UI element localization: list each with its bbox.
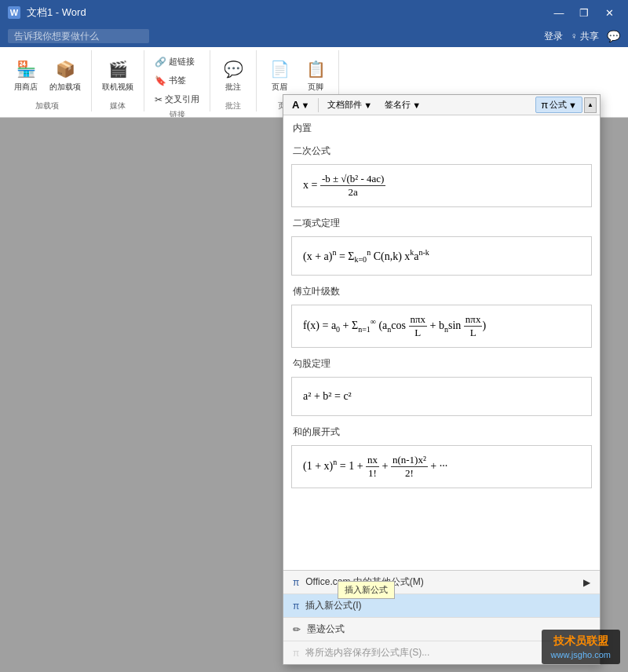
eq-binomial-header: 二项式定理	[283, 210, 600, 233]
panel-scrollbar-top[interactable]: ▲	[584, 97, 597, 113]
eq-pythagorean-header: 勾股定理	[283, 351, 600, 374]
crossref-icon: ✂	[155, 94, 162, 105]
signature-dropdown: ▼	[412, 100, 421, 110]
footer-icon: 📋	[303, 57, 328, 82]
video-label: 联机视频	[102, 82, 133, 93]
eq-docpart-btn[interactable]: 文档部件 ▼	[322, 97, 378, 113]
pi-icon: π	[541, 99, 548, 111]
footer-label: 页脚	[308, 82, 323, 93]
format-dropdown-arrow: ▼	[301, 100, 309, 110]
ribbon-btn-store[interactable]: 🏪 用商店	[9, 53, 42, 96]
eq-quadratic-item[interactable]: x = -b ± √(b² - 4ac)2a	[291, 164, 592, 207]
format-a-icon: A	[292, 99, 299, 111]
bookmark-icon: 🔖	[155, 75, 166, 86]
ribbon-group-comments: 💬 批注 批注	[210, 50, 257, 111]
eq-fourier-item[interactable]: f(x) = a0 + Σn=1∞ (ancos nπxL + bnsin nπ…	[291, 305, 592, 348]
crossref-label: 交叉引用	[165, 93, 199, 105]
ribbon-group-links: 🔗 超链接 🔖 书签 ✂ 交叉引用 链接	[144, 50, 210, 111]
login-button[interactable]: 登录	[544, 30, 563, 43]
eq-insert-new-label: 插入新公式(I)	[305, 599, 361, 612]
eq-ink-icon: ✏	[293, 624, 301, 635]
links-group-label: 链接	[170, 109, 185, 118]
eq-quadratic-formula: x = -b ± √(b² - 4ac)2a	[303, 173, 385, 199]
comment-ribbon-label: 批注	[225, 82, 241, 93]
watermark-url: www.jsgho.com	[551, 650, 611, 659]
restore-button[interactable]: ❐	[573, 5, 595, 20]
ribbon-btn-addins[interactable]: 📦 的加载项	[46, 53, 85, 96]
eq-pythagorean-item[interactable]: a² + b² = c²	[291, 377, 592, 416]
eq-more-pi-icon: π	[293, 577, 299, 588]
equation-content-scroll[interactable]: 二次公式 x = -b ± √(b² - 4ac)2a 二项式定理 (x + a…	[283, 138, 600, 570]
header-label: 页眉	[272, 82, 287, 93]
formula-dropdown-arrow: ▼	[568, 100, 577, 110]
title-bar: W 文档1 - Word — ❐ ✕	[0, 0, 628, 25]
comment-button[interactable]: 💬	[607, 30, 620, 42]
watermark-title: 技术员联盟	[551, 634, 611, 648]
formula-label: 公式	[550, 99, 567, 111]
eq-binomial-item[interactable]: (x + a)n = Σk=0n C(n,k) xkan-k	[291, 236, 592, 276]
ribbon-btn-crossref[interactable]: ✂ 交叉引用	[151, 91, 203, 108]
ribbon-btn-hyperlink[interactable]: 🔗 超链接	[151, 53, 203, 70]
title-bar-title: 文档1 - Word	[27, 5, 86, 20]
media-group-label: 媒体	[110, 100, 126, 111]
eq-signature-btn[interactable]: 签名行 ▼	[379, 97, 426, 113]
store-label: 用商店	[14, 82, 38, 93]
addins-label: 的加载项	[49, 82, 81, 93]
command-bar: 登录 ♀ 共享 💬	[0, 25, 628, 47]
ribbon-btn-bookmark[interactable]: 🔖 书签	[151, 72, 203, 89]
eq-quadratic-header: 二次公式	[283, 138, 600, 161]
eq-expansion-formula: (1 + x)n = 1 + nx1! + n(n-1)x²2! + ···	[303, 454, 447, 480]
ribbon-btn-header[interactable]: 📄 页眉	[263, 53, 296, 96]
header-icon: 📄	[267, 57, 292, 82]
close-button[interactable]: ✕	[598, 5, 620, 20]
command-bar-left	[8, 29, 149, 43]
ribbon-btn-footer[interactable]: 📋 页脚	[299, 53, 332, 96]
eq-format-btn[interactable]: A ▼	[287, 97, 315, 113]
ribbon-btn-video[interactable]: 🎬 联机视频	[98, 53, 137, 96]
ribbon-group-hf-items: 📄 页眉 📋 页脚	[263, 50, 332, 99]
watermark: 技术员联盟 www.jsgho.com	[542, 630, 620, 664]
eq-pythagorean-formula: a² + b² = c²	[303, 390, 352, 403]
docpart-label: 文档部件	[327, 99, 362, 111]
equation-section-header: 内置	[283, 115, 600, 138]
comment-ribbon-icon: 💬	[221, 57, 246, 82]
eq-insert-new-item[interactable]: π 插入新公式(I)	[283, 594, 600, 617]
ribbon-group-addins-items: 🏪 用商店 📦 的加载项	[9, 50, 85, 99]
docpart-dropdown: ▼	[363, 100, 372, 110]
eq-ink-formula-label: 墨迹公式	[307, 623, 345, 636]
eq-more-formulas-item[interactable]: π Office.com 中的其他公式(M) ▶	[283, 571, 600, 593]
eq-expansion-item[interactable]: (1 + x)n = 1 + nx1! + n(n-1)x²2! + ···	[291, 445, 592, 488]
signature-label: 签名行	[385, 99, 411, 111]
eq-save-pi-icon: π	[293, 648, 299, 659]
ribbon-btn-comment[interactable]: 💬 批注	[217, 53, 250, 96]
eq-expansion-header: 和的展开式	[283, 419, 600, 442]
hyperlink-icon: 🔗	[155, 57, 166, 68]
equation-toolbar: A ▼ 文档部件 ▼ 签名行 ▼ π 公式 ▼ ▲	[283, 95, 600, 115]
ribbon-group-comments-items: 💬 批注	[217, 50, 250, 99]
ribbon-group-media: 🎬 联机视频 媒体	[92, 50, 144, 111]
eq-fourier-header: 傅立叶级数	[283, 279, 600, 301]
eq-pi-formula-btn[interactable]: π 公式 ▼	[535, 97, 582, 113]
title-bar-controls: — ❐ ✕	[548, 5, 620, 20]
eq-binomial-formula: (x + a)n = Σk=0n C(n,k) xkan-k	[303, 248, 429, 264]
tooltip-text: 插入新公式	[345, 585, 388, 594]
bookmark-label: 书签	[169, 75, 186, 86]
addins-group-label: 加载项	[35, 100, 59, 111]
eq-fourier-formula: f(x) = a0 + Σn=1∞ (ancos nπxL + bnsin nπ…	[303, 313, 486, 339]
comments-group-label: 批注	[225, 100, 241, 111]
ribbon-group-media-items: 🎬 联机视频	[98, 50, 137, 99]
equation-panel: A ▼ 文档部件 ▼ 签名行 ▼ π 公式 ▼ ▲ 内置 二次公式 x = -b…	[283, 94, 601, 665]
eq-insert-pi-icon: π	[293, 601, 299, 612]
addins-icon: 📦	[53, 57, 78, 82]
app-icon: W	[8, 6, 20, 19]
ribbon-group-addins: 🏪 用商店 📦 的加载项 加载项	[3, 50, 92, 111]
insert-new-tooltip: 插入新公式	[338, 581, 395, 599]
title-bar-left: W 文档1 - Word	[8, 5, 86, 20]
eq-more-arrow-icon: ▶	[583, 577, 590, 588]
search-input[interactable]	[8, 29, 149, 43]
store-icon: 🏪	[13, 57, 38, 82]
eq-save-library-label: 将所选内容保存到公式库(S)...	[305, 646, 429, 659]
minimize-button[interactable]: —	[548, 5, 570, 20]
share-button[interactable]: ♀ 共享	[571, 30, 599, 43]
hyperlink-label: 超链接	[169, 56, 195, 68]
